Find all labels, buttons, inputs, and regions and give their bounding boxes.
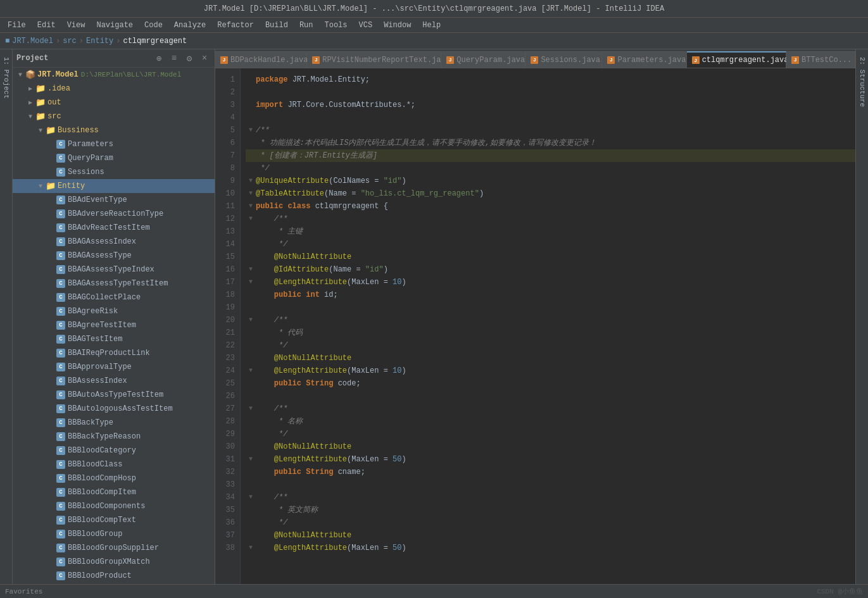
editor-tab-sessions[interactable]: JSessions.java×	[525, 51, 602, 68]
tree-arrow: ▼	[35, 183, 46, 190]
tree-item-BBAutoAssTypeTestItem[interactable]: CBBAutoAssTypeTestItem	[13, 388, 215, 402]
line-number: 1	[215, 73, 240, 86]
menu-item-view[interactable]: View	[62, 20, 91, 31]
menu-item-edit[interactable]: Edit	[32, 20, 61, 31]
menu-item-vcs[interactable]: VCS	[354, 20, 378, 31]
fold-gutter[interactable]: ▼	[246, 453, 256, 466]
sync-btn[interactable]: ⊕	[153, 52, 165, 65]
favorites-btn[interactable]: Favorites	[5, 588, 42, 595]
editor-tab-bdpack[interactable]: JBDPackHandle.java×	[215, 51, 307, 68]
breadcrumb-file[interactable]: ctlqmrgreagent	[123, 37, 187, 46]
tree-item-BBAdvReactTestItem[interactable]: CBBAdvReactTestItem	[13, 221, 215, 235]
tree-item-QueryParam[interactable]: CQueryParam	[13, 151, 215, 165]
breadcrumb-project[interactable]: JRT.Model	[12, 37, 53, 46]
menu-item-refactor[interactable]: Refactor	[212, 20, 259, 31]
structure-panel-btn[interactable]: 2: Structure	[857, 54, 867, 109]
tree-item-src[interactable]: ▼📁src	[13, 109, 215, 123]
code-content: @TableAttribute(Name = "ho_lis.ct_lqm_rg…	[256, 187, 850, 200]
fold-gutter[interactable]: ▼	[246, 187, 256, 200]
tree-item-BBBackTypeReason[interactable]: CBBBackTypeReason	[13, 430, 215, 444]
menu-item-help[interactable]: Help	[417, 20, 446, 31]
tree-item-BBAGTestItem[interactable]: CBBAGTestItem	[13, 332, 215, 346]
tree-item-BBAutologousAssTestItem[interactable]: CBBAutologousAssTestItem	[13, 402, 215, 416]
tree-item-BBAGAssessTypeTestItem[interactable]: CBBAGAssessTypeTestItem	[13, 277, 215, 290]
breadcrumb-entity[interactable]: Entity	[86, 37, 113, 46]
tree-item-BBBackType[interactable]: CBBBackType	[13, 416, 215, 430]
code-content: * 代码	[256, 327, 850, 339]
tree-item-BBBloodCategory[interactable]: CBBBloodCategory	[13, 444, 215, 458]
settings-btn[interactable]: ⚙	[183, 52, 196, 65]
tree-item-Entity[interactable]: ▼📁Entity	[13, 179, 215, 193]
tree-item-BBBloodClass[interactable]: CBBBloodClass	[13, 458, 215, 471]
tree-item-BBAgreeTestItem[interactable]: CBBAgreeTestItem	[13, 318, 215, 332]
tree-item-BBApprovalType[interactable]: CBBApprovalType	[13, 360, 215, 374]
code-editor[interactable]: package JRT.Model.Entity;import JRT.Core…	[241, 68, 855, 598]
line-number: 17	[215, 276, 240, 289]
fold-gutter[interactable]: ▼	[246, 491, 256, 504]
tab-label: BTTestCo...	[802, 56, 852, 65]
tree-item-Parameters[interactable]: CParameters	[13, 137, 215, 151]
tree-item-BBBloodComponents[interactable]: CBBBloodComponents	[13, 499, 215, 513]
tree-item-.idea[interactable]: ▶📁.idea	[13, 82, 215, 96]
code-line: @NotNullAttribute	[246, 352, 855, 364]
tree-item-BBBloodCompHosp[interactable]: CBBBloodCompHosp	[13, 471, 215, 485]
tree-item-BBBloodGroupXMatch[interactable]: CBBBloodGroupXMatch	[13, 555, 215, 569]
tree-item-BBAGAssessIndex[interactable]: CBBAGAssessIndex	[13, 235, 215, 249]
close-btn[interactable]: ×	[198, 52, 211, 65]
watermark: CSDN @小鱼鱼	[817, 587, 863, 596]
tree-label: BBBackTypeReason	[68, 432, 141, 441]
project-panel-btn[interactable]: 1: Project	[1, 54, 11, 101]
menu-item-analyze[interactable]: Analyze	[169, 20, 211, 31]
tree-item-out[interactable]: ▶📁out	[13, 96, 215, 109]
tree-item-Bussiness[interactable]: ▼📁Bussiness	[13, 123, 215, 137]
breadcrumb-src[interactable]: src	[63, 37, 77, 46]
tree-item-BBAIReqProductLink[interactable]: CBBAIReqProductLink	[13, 346, 215, 360]
code-line	[246, 86, 855, 99]
menu-item-navigate[interactable]: Navigate	[91, 20, 138, 31]
tree-item-JRT.Model[interactable]: ▼📦JRT.ModelD:\JREPlan\BLL\JRT.Model	[13, 68, 215, 82]
tree-item-BBAssessIndex[interactable]: CBBAssessIndex	[13, 374, 215, 388]
editor-tab-rpvisit[interactable]: JRPVisitNumberReportText.java×	[307, 51, 441, 68]
menu-item-tools[interactable]: Tools	[320, 20, 353, 31]
fold-gutter[interactable]: ▼	[246, 200, 256, 213]
menu-item-window[interactable]: Window	[379, 20, 416, 31]
editor-tab-bbtestco[interactable]: JBTTestCo...×	[786, 51, 855, 68]
collapse-btn[interactable]: ≡	[168, 52, 180, 65]
editor-tab-parameters[interactable]: JParameters.java×	[602, 51, 686, 68]
tree-item-BBBloodGroupSupplier[interactable]: CBBBloodGroupSupplier	[13, 541, 215, 555]
code-line: */	[246, 339, 855, 352]
fold-gutter[interactable]: ▼	[246, 213, 256, 225]
fold-gutter[interactable]: ▼	[246, 314, 256, 327]
tree-item-BBAgreeRisk[interactable]: CBBAgreeRisk	[13, 304, 215, 318]
code-line: public String cname;	[246, 466, 855, 478]
menu-item-run[interactable]: Run	[294, 20, 318, 31]
tree-item-BBAGAssessType[interactable]: CBBAGAssessType	[13, 249, 215, 263]
menu-item-build[interactable]: Build	[260, 20, 293, 31]
class-icon: C	[56, 404, 66, 414]
editor-tab-ctlqmr[interactable]: Jctlqmrgreagent.java×	[687, 51, 786, 68]
tree-item-Sessions[interactable]: CSessions	[13, 165, 215, 179]
fold-gutter[interactable]: ▼	[246, 175, 256, 187]
fold-gutter[interactable]: ▼	[246, 263, 256, 276]
tree-label: BBBloodGroupXMatch	[68, 558, 150, 566]
fold-gutter[interactable]: ▼	[246, 542, 256, 554]
tree-item-BBAGCollectPlace[interactable]: CBBAGCollectPlace	[13, 290, 215, 304]
menu-item-code[interactable]: Code	[139, 20, 168, 31]
code-content: /**	[256, 314, 850, 327]
fold-gutter[interactable]: ▼	[246, 364, 256, 377]
side-panel-left: 1: Project	[0, 49, 13, 598]
fold-gutter[interactable]: ▼	[246, 402, 256, 415]
fold-gutter[interactable]: ▼	[246, 124, 256, 137]
tree-item-BBBloodCompItem[interactable]: CBBBloodCompItem	[13, 485, 215, 499]
tree-item-BBBloodCompText[interactable]: CBBBloodCompText	[13, 513, 215, 527]
editor-tab-queryparam[interactable]: JQueryParam.java×	[441, 51, 525, 68]
line-number: 8	[215, 162, 240, 175]
tree-item-BBBloodGroup[interactable]: CBBBloodGroup	[13, 527, 215, 541]
fold-gutter	[246, 86, 256, 99]
menu-item-file[interactable]: File	[3, 20, 31, 31]
tree-item-BBAdverseReactionType[interactable]: CBBAdverseReactionType	[13, 207, 215, 221]
tree-item-BBBloodProduct[interactable]: CBBBloodProduct	[13, 569, 215, 583]
tree-item-BBAdEventType[interactable]: CBBAdEventType	[13, 193, 215, 207]
fold-gutter[interactable]: ▼	[246, 276, 256, 289]
tree-item-BBAGAssessTypeIndex[interactable]: CBBAGAssessTypeIndex	[13, 263, 215, 277]
